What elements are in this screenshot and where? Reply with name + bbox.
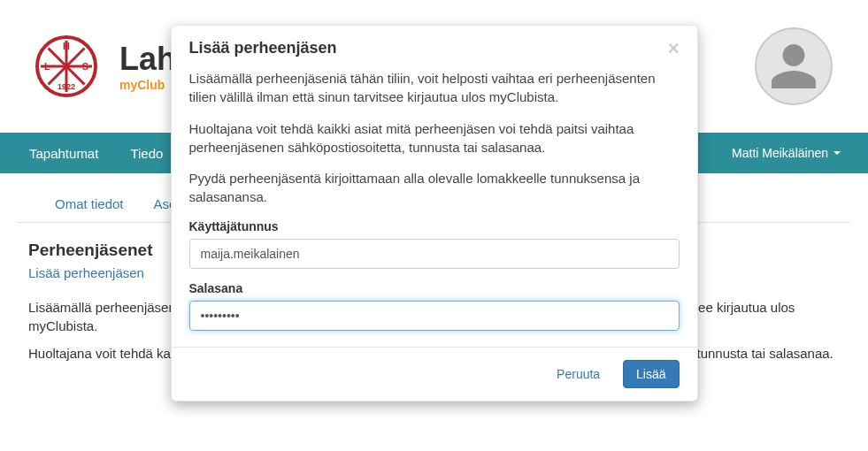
submit-button[interactable]: Lisää [623, 360, 679, 388]
modal-backdrop: Lisää perheenjäsen × Lisäämällä perheenj… [0, 0, 868, 451]
username-label: Käyttäjätunnus [189, 219, 680, 233]
password-input[interactable] [189, 301, 680, 331]
cancel-button[interactable]: Peruuta [544, 361, 612, 387]
close-icon[interactable]: × [668, 39, 680, 58]
add-family-member-modal: Lisää perheenjäsen × Lisäämällä perheenj… [171, 25, 698, 401]
modal-paragraph-3: Pyydä perheenjäsentä kirjoittamaan alla … [189, 169, 680, 207]
modal-paragraph-2: Huoltajana voit tehdä kaikki asiat mitä … [189, 119, 680, 157]
modal-paragraph-1: Lisäämällä perheenjäseniä tähän tiliin, … [189, 69, 680, 107]
password-label: Salasana [189, 281, 680, 295]
modal-title: Lisää perheenjäsen [189, 39, 668, 57]
username-input[interactable] [189, 239, 680, 269]
